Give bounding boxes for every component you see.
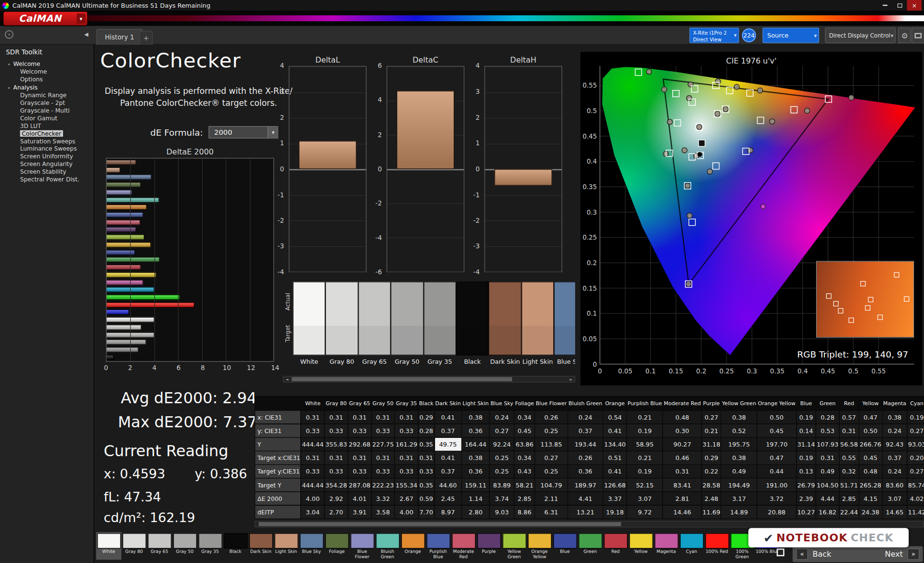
patch-button-light-skin[interactable]: Light Skin [273, 532, 299, 560]
table-cell: 0.37 [434, 424, 462, 437]
sidebar-section-analysis[interactable]: ▸Analysis [0, 83, 94, 91]
maximize-button[interactable] [892, 0, 907, 11]
gridline [226, 158, 226, 361]
navigation-bar: « Back Next » [793, 546, 923, 562]
logo-menu-arrow-icon[interactable]: ▼ [77, 13, 85, 24]
sidebar-item-luminance-sweeps[interactable]: Luminance Sweeps [0, 145, 94, 153]
deltae-bar-yellow [107, 272, 156, 277]
patch-button-orange[interactable]: Orange [400, 532, 425, 560]
patch-button-blue-flower[interactable]: Blue Flower [349, 532, 375, 560]
maximize-icon [897, 3, 902, 8]
source-dropdown[interactable]: Source ▼ [762, 28, 819, 43]
patch-button-black[interactable]: Black [223, 532, 248, 560]
patch-button-orange-yellow[interactable]: Orange Yellow [527, 532, 552, 560]
swatch-strip-scrollbar[interactable]: ◄ ► [283, 376, 575, 382]
calman-logo[interactable]: CalMAN ▼ [3, 12, 87, 25]
minimize-button[interactable] [877, 0, 892, 11]
column-header-cyan: Cyan [907, 396, 924, 410]
patch-button-100-red[interactable]: 100% Red [704, 532, 730, 560]
table-cell: 0.28 [816, 410, 839, 424]
display-settings-button[interactable] [911, 28, 924, 43]
watermark-word-1: NOTEBOOK [776, 531, 847, 544]
patch-button-yellow-green[interactable]: Yellow Green [501, 532, 527, 560]
patch-button-purplish-blue[interactable]: Purplish Blue [425, 532, 451, 560]
sidebar-item-screen-stability[interactable]: Screen Stability [0, 168, 94, 176]
sidebar-item-colorchecker[interactable]: ColorChecker [0, 129, 94, 137]
swatch-blue-sky[interactable]: Blue Sky [554, 282, 575, 373]
swatch-black[interactable]: Black [456, 282, 489, 373]
sidebar-section-welcome[interactable]: ▸Welcome [0, 60, 94, 68]
layout-toggle-button[interactable] [777, 549, 784, 556]
table-cell: 85.74 [907, 478, 924, 492]
swatch-white[interactable]: White [293, 282, 326, 373]
swatch-light-skin[interactable]: Light Skin [521, 282, 554, 373]
gridline [289, 92, 366, 93]
meter-count-badge[interactable]: 224 [742, 28, 756, 42]
table-cell: 0.33 [301, 465, 325, 478]
scrollbar-thumb[interactable] [292, 377, 512, 382]
patch-button-blue-sky[interactable]: Blue Sky [299, 532, 324, 560]
patch-button-gray-80[interactable]: Gray 80 [121, 532, 147, 560]
scroll-left-icon[interactable]: ◄ [283, 376, 291, 382]
patch-button-gray-65[interactable]: Gray 65 [147, 532, 172, 560]
patch-button-bluish-green[interactable]: Bluish Green [375, 532, 400, 560]
display-control-dropdown[interactable]: Direct Display Control ▼ [825, 28, 896, 43]
patch-button-dark-skin[interactable]: Dark Skin [248, 532, 274, 560]
patch-button-gray-35[interactable]: Gray 35 [197, 532, 223, 560]
swatch-gray-35[interactable]: Gray 35 [424, 282, 456, 373]
gridline [178, 158, 179, 361]
column-header-white: White [301, 396, 325, 410]
settings-button[interactable]: ⚙ [898, 28, 911, 43]
y-tick-label: 1 [475, 140, 480, 147]
close-button[interactable]: × [907, 0, 922, 11]
patch-button-label: Blue Sky [299, 549, 324, 560]
scrollbar-thumb[interactable] [259, 522, 621, 526]
patch-button-cyan[interactable]: Cyan [679, 532, 705, 560]
tab-history-1[interactable]: History 1 [96, 29, 143, 45]
watermark-word-2: CHECK [851, 531, 894, 544]
next-button[interactable]: Next [885, 550, 903, 558]
sidebar-item-grayscale-multi[interactable]: Grayscale - Multi [0, 107, 94, 115]
patch-button-moderate-red[interactable]: Moderate Red [451, 532, 476, 560]
sidebar-item-3d-lut[interactable]: 3D LUT [0, 122, 94, 129]
sidebar-item-color-gamut[interactable]: Color Gamut [0, 115, 94, 122]
back-button[interactable]: Back [813, 550, 832, 558]
table-scrollbar[interactable] [255, 521, 924, 527]
tree-expand-icon[interactable]: ▸ [8, 85, 10, 90]
swatch-color [391, 282, 424, 355]
patch-button-purple[interactable]: Purple [476, 532, 501, 560]
table-cell: 0.47 [859, 410, 882, 424]
swatch-gray-65[interactable]: Gray 65 [358, 282, 391, 373]
back-chevron-icon[interactable]: « [796, 549, 808, 560]
patch-button-magenta[interactable]: Magenta [654, 532, 679, 560]
patch-button-gray-50[interactable]: Gray 50 [172, 532, 198, 560]
workflow-home-button[interactable] [5, 30, 13, 38]
de-formula-select[interactable]: 2000 ▼ [209, 126, 278, 139]
sidebar-item-saturation-sweeps[interactable]: Saturation Sweeps [0, 137, 94, 145]
table-cell: 0.31 [816, 451, 839, 464]
next-chevron-icon[interactable]: » [908, 549, 919, 560]
swatch-color [358, 282, 391, 355]
sidebar-collapse-arrow[interactable]: ◀ [84, 31, 88, 37]
patch-button-red[interactable]: Red [603, 532, 629, 560]
swatch-gray-50[interactable]: Gray 50 [391, 282, 424, 373]
scroll-right-icon[interactable]: ► [567, 376, 575, 382]
sidebar-item-screen-angularity[interactable]: Screen Angularity [0, 160, 94, 168]
add-tab-button[interactable]: + [140, 31, 153, 45]
patch-button-white[interactable]: White [96, 532, 122, 560]
patch-button-green[interactable]: Green [578, 532, 603, 560]
sidebar-item-welcome[interactable]: Welcome [0, 68, 94, 76]
sidebar-item-screen-uniformity[interactable]: Screen Uniformity [0, 153, 94, 160]
patch-button-yellow[interactable]: Yellow [628, 532, 654, 560]
swatch-dark-skin[interactable]: Dark Skin [489, 282, 522, 373]
patch-button-foliage[interactable]: Foliage [324, 532, 349, 560]
swatch-gray-80[interactable]: Gray 80 [325, 282, 358, 373]
svg-text:0.2: 0.2 [587, 259, 597, 267]
tree-expand-icon[interactable]: ▸ [8, 62, 10, 66]
sidebar-item-grayscale-2pt[interactable]: Grayscale - 2pt [0, 99, 94, 107]
sidebar-item-dynamic-range[interactable]: Dynamic Range [0, 91, 94, 99]
sidebar-item-options[interactable]: Options [0, 76, 94, 83]
sidebar-item-spectral-power-dist[interactable]: Spectral Power Dist. [0, 176, 94, 183]
patch-button-blue[interactable]: Blue [552, 532, 578, 560]
meter-dropdown[interactable]: X-Rite i1Pro 2 Direct View ▼ [690, 28, 739, 43]
